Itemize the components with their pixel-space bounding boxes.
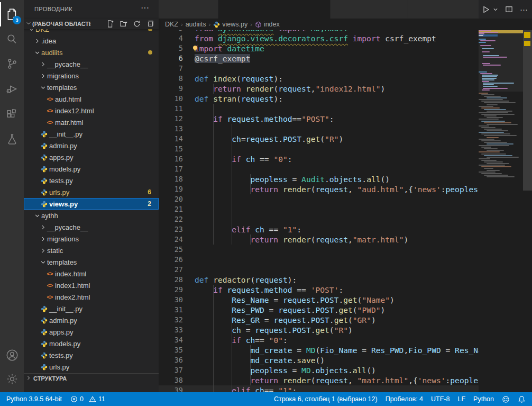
explorer-icon[interactable]: 3: [0, 2, 24, 26]
code-line-37[interactable]: 37 peopless = MD.objects.all(): [159, 365, 479, 375]
code-line-13[interactable]: 13: [159, 124, 479, 134]
code-line-38[interactable]: 38 return render(request, "matr.html",{'…: [159, 375, 479, 385]
code-line-34[interactable]: 34 if ch== "0":: [159, 335, 479, 345]
code-line-36[interactable]: 36 md_create.save(): [159, 355, 479, 365]
tree-item-matr-html[interactable]: <>matr.html: [24, 116, 159, 128]
tree-item--pycache-[interactable]: __pycache__: [24, 58, 159, 70]
notifications-bell-icon[interactable]: [518, 395, 526, 403]
run-dropdown-chevron-icon[interactable]: [493, 7, 498, 12]
code-line-4[interactable]: 4from django.views.decorators.csrf impor…: [159, 33, 479, 43]
tree-item-tests-py[interactable]: tests.py: [24, 349, 159, 361]
tree-item-index-html[interactable]: <>index.html: [24, 268, 159, 279]
more-actions-icon[interactable]: ···: [520, 5, 528, 14]
code-line-32[interactable]: 32 Res_GR = request.POST.get("GR"): [159, 315, 479, 325]
code-editor[interactable]: 3from aythh.models import MD,Audit4from …: [159, 0, 479, 392]
code-line-12[interactable]: 12 if request.method=="POST":: [159, 114, 479, 124]
testing-icon[interactable]: [0, 127, 24, 151]
run-debug-icon[interactable]: [0, 77, 24, 101]
code-line-23[interactable]: 23 elif ch == "1":: [159, 224, 479, 234]
settings-gear-icon[interactable]: [0, 367, 24, 391]
new-file-icon[interactable]: [106, 20, 115, 28]
tree-item-index2-html[interactable]: <>index2.html: [24, 291, 159, 303]
breadcrumb-item-index[interactable]: index: [255, 21, 280, 28]
tree-item-migrations[interactable]: migrations: [24, 233, 159, 245]
code-line-33[interactable]: 33 ch = request.POST.get("R"): [159, 325, 479, 335]
lightbulb-icon[interactable]: [191, 44, 199, 55]
code-line-26[interactable]: 26: [159, 255, 479, 265]
code-line-16[interactable]: 16 if ch == "0":: [159, 154, 479, 164]
code-line-24[interactable]: 24 return render(request,"matr.html"): [159, 234, 479, 245]
tree-item-templates[interactable]: templates: [24, 256, 159, 268]
code-line-14[interactable]: 14 ch=request.POST.get("R"): [159, 134, 479, 144]
extensions-icon[interactable]: [0, 102, 24, 127]
overview-ruler-scrollbar[interactable]: [523, 19, 532, 392]
tree-item-admin-py[interactable]: admin.py: [24, 314, 159, 326]
code-line-29[interactable]: 29 if request.method == 'POST':: [159, 285, 479, 295]
sidebar-more-actions-icon[interactable]: ···: [141, 3, 149, 13]
code-line-30[interactable]: 30 Res_Name = request.POST.get("Name"): [159, 295, 479, 305]
code-line-7[interactable]: 7: [159, 64, 479, 74]
tree-item-admin-py[interactable]: admin.py: [24, 140, 159, 151]
code-line-6[interactable]: 6@csrf_exempt: [159, 53, 479, 64]
collapse-all-icon[interactable]: [146, 20, 154, 28]
tree-item-aud-html[interactable]: <>aud.html: [24, 93, 159, 105]
code-line-35[interactable]: 35 md_create = MD(Fio_Name = Res_PWD,Fio…: [159, 345, 479, 355]
scrollbar-thumb[interactable]: [523, 30, 532, 191]
code-line-9[interactable]: 9 return render(request,"index12.html"): [159, 84, 479, 94]
tree-item--init-py[interactable]: __init__.py: [24, 128, 159, 140]
tree-item--init-py[interactable]: __init__.py: [24, 303, 159, 314]
code-line-10[interactable]: 10def stran(request):: [159, 94, 479, 104]
tree-item-index1-html[interactable]: <>index1.html: [24, 279, 159, 291]
source-control-icon[interactable]: [0, 51, 24, 76]
code-line-11[interactable]: 11: [159, 104, 479, 114]
code-line-20[interactable]: 20: [159, 194, 479, 204]
encoding[interactable]: UTF-8: [431, 395, 450, 403]
breadcrumb-item-audiiits[interactable]: audiiits: [186, 21, 206, 28]
outline-section-header[interactable]: СТРУКТУРА: [24, 373, 159, 383]
code-line-8[interactable]: 8def index(request):: [159, 74, 479, 84]
code-line-18[interactable]: 18 peopless = Audit.objects.all(): [159, 174, 479, 184]
eol-setting[interactable]: LF: [457, 395, 465, 403]
problems-indicator[interactable]: 0 11: [70, 395, 105, 403]
tree-item-apps-py[interactable]: apps.py: [24, 326, 159, 338]
tree-item-apps-py[interactable]: apps.py: [24, 151, 159, 163]
tree-item-migrations[interactable]: migrations: [24, 70, 159, 82]
feedback-icon[interactable]: [502, 395, 510, 403]
tree-item-urls-py[interactable]: urls.py: [24, 361, 159, 373]
cursor-position[interactable]: Строка 6, столбец 1 (выбрано 12): [274, 395, 378, 403]
code-line-39[interactable]: 39 elif ch== "1":: [159, 385, 479, 392]
code-line-15[interactable]: 15: [159, 144, 479, 154]
tree-item-dkz[interactable]: DKZ: [24, 29, 159, 35]
minimap[interactable]: [479, 19, 523, 392]
tree-item-index12-html[interactable]: <>index12.html: [24, 105, 159, 116]
code-line-17[interactable]: 17: [159, 164, 479, 174]
search-icon[interactable]: [0, 26, 24, 51]
code-line-27[interactable]: 27: [159, 265, 479, 275]
tree-item-audiiits[interactable]: audiiits: [24, 47, 159, 58]
new-folder-icon[interactable]: [120, 20, 128, 28]
code-line-21[interactable]: 21: [159, 204, 479, 214]
tree-item-urls-py[interactable]: urls.py6: [24, 186, 159, 198]
code-line-31[interactable]: 31 Res_PWD = request.POST.get("PWD"): [159, 305, 479, 315]
indentation-setting[interactable]: Пробелов: 4: [386, 395, 423, 403]
tree-item--idea[interactable]: .idea: [24, 35, 159, 47]
tree-item-models-py[interactable]: models.py: [24, 338, 159, 349]
code-line-28[interactable]: 28def redactor(request):: [159, 275, 479, 285]
tree-item-static[interactable]: static: [24, 245, 159, 256]
code-line-22[interactable]: 22: [159, 214, 479, 224]
code-line-19[interactable]: 19 return render(request, "aud.html",{'n…: [159, 184, 479, 194]
account-icon[interactable]: [0, 343, 24, 367]
tree-item-aythh[interactable]: aythh: [24, 210, 159, 221]
tree-item-tests-py[interactable]: tests.py: [24, 175, 159, 186]
workspace-section-header[interactable]: (РАБОЧАЯ ОБЛАСТЬ) ...: [24, 19, 159, 29]
breadcrumb-item-dkz[interactable]: DKZ: [165, 21, 178, 28]
tree-item-templates[interactable]: templates: [24, 82, 159, 93]
run-button[interactable]: [482, 5, 490, 14]
breadcrumb-item-views-py[interactable]: views.py: [213, 21, 247, 28]
tree-item-views-py[interactable]: views.py2: [24, 198, 159, 210]
split-editor-icon[interactable]: [505, 5, 513, 13]
code-line-25[interactable]: 25: [159, 245, 479, 255]
refresh-icon[interactable]: [133, 20, 141, 28]
tree-item--pycache-[interactable]: __pycache__: [24, 221, 159, 233]
tree-item-models-py[interactable]: models.py: [24, 163, 159, 175]
